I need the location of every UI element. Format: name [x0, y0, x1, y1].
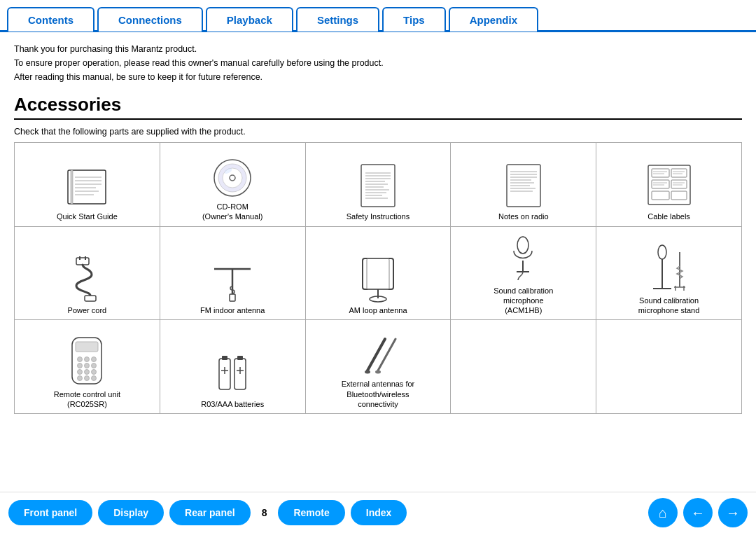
svg-rect-55 — [363, 258, 393, 289]
svg-rect-88 — [237, 356, 243, 360]
svg-point-72 — [85, 357, 90, 361]
item-remote-control: Remote control unit(RC025SR) — [15, 320, 160, 414]
svg-point-94 — [375, 371, 381, 374]
back-button[interactable]: ← — [683, 498, 713, 527]
display-button[interactable]: Display — [98, 500, 164, 525]
item-empty-2 — [596, 320, 742, 414]
svg-point-71 — [78, 357, 83, 361]
item-ext-antennas: External antennas forBluetooth/wirelessc… — [305, 320, 451, 414]
svg-line-91 — [368, 339, 385, 371]
cable-labels-icon — [645, 158, 694, 209]
tab-connections[interactable]: Connections — [97, 7, 203, 32]
svg-point-73 — [92, 357, 97, 361]
item-am-antenna: AM loop antenna — [305, 226, 451, 320]
accessories-table: Quick Start Guide CD-ROM(Owner's Ma — [14, 142, 742, 414]
tab-tips[interactable]: Tips — [382, 7, 446, 32]
check-text: Check that the following parts are suppl… — [14, 127, 742, 137]
item-batteries: R03/AAA batteries — [160, 320, 305, 414]
batteries-label: R03/AAA batteries — [201, 399, 264, 409]
home-button[interactable]: ⌂ — [648, 498, 678, 527]
notes-radio-icon — [503, 158, 544, 209]
item-quick-start-guide: Quick Start Guide — [15, 143, 160, 227]
bottom-navigation: Front panel Display Rear panel 8 Remote … — [0, 492, 756, 533]
cable-labels-label: Cable labels — [648, 212, 690, 221]
item-notes-on-radio: Notes on radio — [451, 143, 596, 227]
mic-stand-label: Sound calibrationmicrophone stand — [638, 296, 699, 316]
fm-antenna-label: FM indoor antenna — [200, 305, 265, 315]
sound-cal-mic-label: Sound calibrationmicrophone(ACM1HB) — [493, 286, 553, 316]
remote-control-icon — [66, 336, 107, 387]
svg-point-81 — [85, 375, 90, 380]
remote-control-label: Remote control unit(RC025SR) — [54, 389, 120, 410]
forward-button[interactable]: → — [718, 498, 748, 527]
page-number: 8 — [262, 507, 267, 518]
svg-rect-51 — [85, 296, 96, 301]
ext-antennas-label: External antennas forBluetooth/wirelessc… — [342, 379, 415, 409]
am-antenna-icon — [357, 252, 399, 303]
power-cord-label: Power cord — [68, 305, 107, 315]
power-cord-icon — [62, 252, 111, 303]
svg-line-92 — [378, 339, 396, 371]
item-sound-cal-mic: Sound calibrationmicrophone(ACM1HB) — [451, 226, 596, 320]
intro-text: Thank you for purchasing this Marantz pr… — [14, 42, 742, 84]
section-title: Accessories — [14, 94, 742, 120]
item-safety-instructions: Safety Instructions — [305, 143, 451, 227]
svg-rect-84 — [222, 356, 227, 360]
index-button[interactable]: Index — [351, 500, 407, 525]
svg-point-76 — [92, 363, 97, 368]
tab-settings[interactable]: Settings — [296, 7, 379, 32]
svg-point-75 — [85, 363, 90, 368]
svg-point-80 — [78, 375, 83, 380]
tab-appendix[interactable]: Appendix — [449, 7, 538, 32]
tab-contents[interactable]: Contents — [7, 7, 94, 32]
forward-arrow-icon: → — [726, 505, 740, 521]
svg-point-59 — [517, 237, 528, 254]
svg-rect-56 — [367, 258, 389, 289]
svg-point-64 — [658, 245, 666, 259]
quick-start-guide-label: Quick Start Guide — [57, 212, 118, 221]
svg-rect-1 — [71, 170, 73, 204]
item-mic-stand: Sound calibrationmicrophone stand — [596, 226, 742, 320]
svg-point-77 — [78, 369, 83, 374]
main-content: Thank you for purchasing this Marantz pr… — [0, 32, 756, 492]
home-icon: ⌂ — [659, 505, 667, 521]
batteries-icon — [214, 346, 252, 396]
svg-rect-0 — [68, 170, 106, 204]
cd-rom-label: CD-ROM(Owner's Manual) — [202, 202, 262, 222]
booklet-icon — [62, 158, 111, 209]
tab-playback[interactable]: Playback — [206, 7, 293, 32]
back-arrow-icon: ← — [691, 505, 705, 521]
ext-antennas-icon — [357, 326, 399, 376]
item-fm-antenna: FM indoor antenna — [160, 226, 305, 320]
fm-antenna-icon — [210, 252, 255, 303]
svg-point-82 — [92, 375, 97, 380]
item-empty-1 — [451, 320, 596, 414]
mic-stand-icon — [645, 242, 694, 293]
notes-on-radio-label: Notes on radio — [498, 212, 549, 221]
safety-instructions-label: Safety Instructions — [346, 212, 410, 221]
front-panel-button[interactable]: Front panel — [8, 500, 92, 525]
cd-icon — [211, 148, 253, 199]
item-power-cord: Power cord — [15, 226, 160, 320]
rear-panel-button[interactable]: Rear panel — [169, 500, 251, 525]
svg-point-93 — [365, 371, 370, 374]
svg-rect-13 — [361, 165, 395, 207]
accessories-row-3: Remote control unit(RC025SR) — [15, 320, 742, 414]
svg-point-74 — [78, 363, 83, 368]
svg-rect-54 — [230, 294, 235, 301]
sound-cal-mic-icon — [504, 233, 542, 283]
top-navigation: Contents Connections Playback Settings T… — [0, 0, 756, 32]
item-cable-labels: Cable labels — [596, 143, 742, 227]
svg-point-11 — [230, 175, 235, 181]
item-cd-rom: CD-ROM(Owner's Manual) — [160, 143, 305, 227]
remote-button[interactable]: Remote — [278, 500, 344, 525]
svg-point-78 — [85, 369, 90, 374]
am-antenna-label: AM loop antenna — [349, 305, 407, 315]
svg-rect-70 — [76, 342, 98, 352]
accessories-row-1: Quick Start Guide CD-ROM(Owner's Ma — [15, 143, 742, 227]
accessories-row-2: Power cord FM indoor — [15, 226, 742, 320]
safety-instructions-icon — [357, 158, 399, 209]
svg-point-79 — [92, 369, 97, 374]
